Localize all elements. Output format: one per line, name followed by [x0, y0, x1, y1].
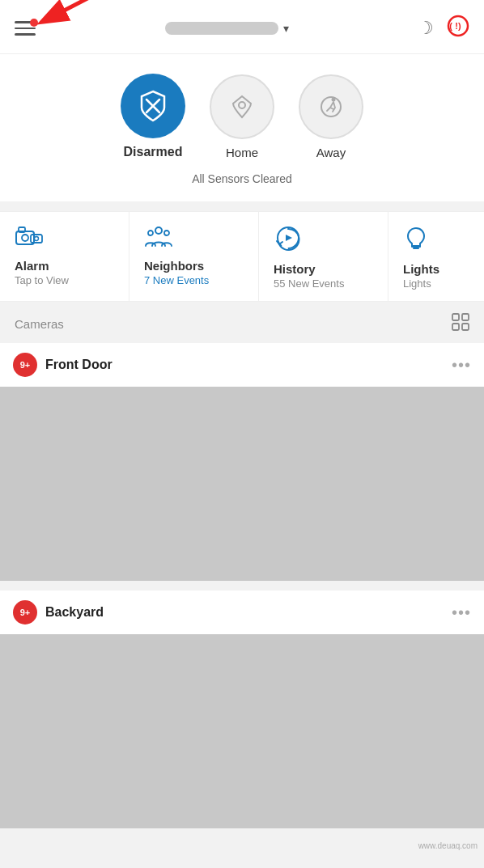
svg-text:!): !)	[455, 21, 461, 31]
neighbors-icon	[144, 225, 244, 251]
chevron-down-icon[interactable]: ▾	[283, 22, 289, 35]
svg-point-16	[148, 231, 153, 235]
history-subtitle: 55 New Events	[274, 277, 373, 290]
security-modes: Disarmed Home Away	[16, 74, 468, 159]
header-left	[15, 21, 36, 36]
away-mode-button[interactable]: Away	[299, 74, 363, 159]
quick-actions-row: Alarm Tap to View Neighbors 7 New Events	[0, 211, 484, 302]
alarm-title: Alarm	[15, 259, 114, 273]
lights-action-card[interactable]: Lights Lights	[388, 212, 484, 301]
camera-front-door-preview[interactable]	[0, 387, 484, 581]
away-circle	[299, 74, 363, 139]
camera-front-door-name: Front Door	[45, 358, 113, 372]
home-mode-button[interactable]: Home	[210, 74, 274, 159]
home-circle	[210, 74, 274, 139]
camera-front-door-header: 9+ Front Door •••	[0, 343, 484, 387]
lights-title: Lights	[403, 262, 484, 276]
security-section: Disarmed Home Away	[0, 54, 484, 201]
svg-point-11	[22, 235, 28, 241]
cameras-header: Cameras	[0, 302, 484, 343]
lights-subtitle: Lights	[403, 277, 484, 290]
watermark: www.deuaq.com	[0, 838, 484, 853]
svg-rect-13	[31, 235, 42, 243]
lights-icon	[403, 225, 484, 254]
grid-icon[interactable]	[452, 313, 469, 335]
disarmed-circle	[121, 74, 185, 138]
header-center: ▾	[165, 22, 289, 35]
location-bar	[165, 22, 278, 35]
svg-rect-24	[452, 324, 459, 330]
moon-icon[interactable]: ☽	[418, 18, 434, 39]
history-action-card[interactable]: History 55 New Events	[259, 212, 388, 301]
svg-text:(: (	[449, 21, 452, 31]
history-title: History	[274, 262, 373, 276]
sensors-status: All Sensors Cleared	[16, 172, 468, 185]
neighbors-title: Neighbors	[144, 259, 244, 273]
camera-card-backyard: 9+ Backyard •••	[0, 591, 484, 828]
camera-backyard-badge: 9+	[13, 600, 37, 625]
cameras-section: Cameras 9+ Front Door ••• 9+ Backyard	[0, 302, 484, 828]
svg-rect-12	[19, 227, 25, 232]
arrow-container	[15, 21, 36, 36]
disarmed-label: Disarmed	[124, 145, 183, 159]
camera-card-front-door: 9+ Front Door •••	[0, 343, 484, 581]
cameras-label: Cameras	[15, 317, 64, 331]
away-label: Away	[316, 146, 346, 159]
header: ▾ ☽ !) (	[0, 0, 484, 54]
alarm-icon	[15, 225, 114, 251]
svg-marker-19	[286, 235, 292, 241]
svg-line-1	[44, 0, 91, 21]
home-label: Home	[226, 146, 258, 159]
camera-backyard-preview[interactable]	[0, 634, 484, 828]
header-right: ☽ !) (	[418, 15, 469, 42]
camera-front-door-more-button[interactable]: •••	[452, 356, 471, 375]
camera-left: 9+ Front Door	[13, 353, 113, 377]
svg-rect-25	[462, 324, 469, 330]
camera-backyard-header: 9+ Backyard •••	[0, 591, 484, 634]
disarmed-mode-button[interactable]: Disarmed	[121, 74, 185, 159]
camera-front-door-badge: 9+	[13, 353, 37, 377]
alert-icon[interactable]: !) (	[447, 15, 469, 42]
camera-backyard-name: Backyard	[45, 605, 104, 620]
svg-point-7	[239, 102, 245, 108]
svg-point-14	[35, 237, 39, 241]
svg-point-15	[155, 227, 162, 234]
svg-rect-22	[452, 314, 459, 320]
svg-point-9	[332, 97, 336, 101]
camera-backyard-more-button[interactable]: •••	[452, 603, 471, 622]
neighbors-subtitle: 7 New Events	[144, 274, 244, 286]
svg-rect-23	[462, 314, 469, 320]
camera-left-backyard: 9+ Backyard	[13, 600, 104, 625]
neighbors-action-card[interactable]: Neighbors 7 New Events	[129, 212, 259, 301]
alarm-action-card[interactable]: Alarm Tap to View	[0, 212, 129, 301]
svg-point-17	[164, 231, 169, 235]
alarm-subtitle: Tap to View	[15, 274, 114, 286]
red-arrow-icon	[32, 0, 97, 31]
history-icon	[274, 225, 373, 254]
